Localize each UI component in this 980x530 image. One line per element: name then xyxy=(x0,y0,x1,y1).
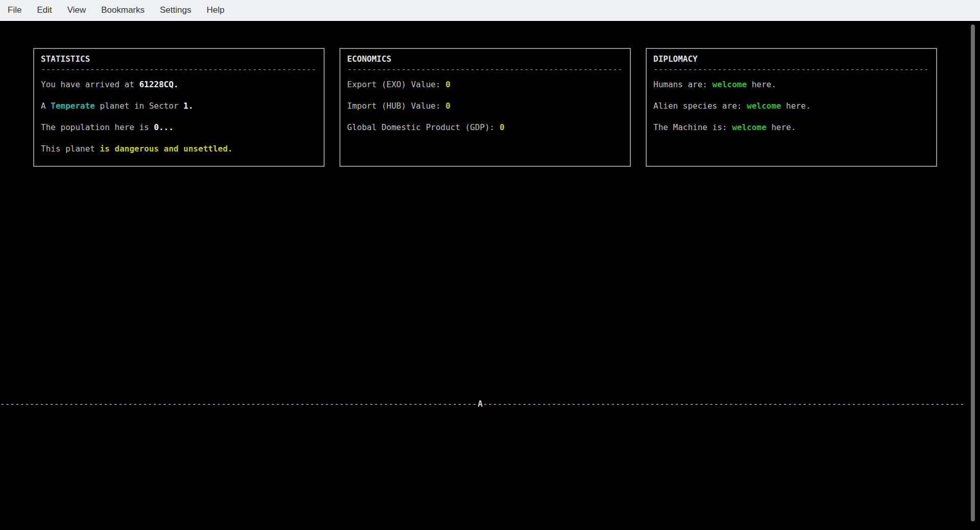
divider-dashes-right: ----------------------------------------… xyxy=(483,398,966,410)
scrollbar[interactable] xyxy=(970,22,980,530)
danger-status: is dangerous and unsettled. xyxy=(100,144,233,154)
menu-bar: File Edit View Bookmarks Settings Help xyxy=(0,0,980,21)
arrival-line: You have arrived at 61228CQ. xyxy=(41,73,317,95)
aliens-suffix: here. xyxy=(781,101,811,111)
planet-type: Temperate xyxy=(51,101,95,111)
population-value: 0... xyxy=(154,122,174,132)
gdp-line: Global Domestic Product (GDP): 0 xyxy=(347,116,623,138)
divider-dashes-left: ----------------------------------------… xyxy=(0,398,478,410)
machine-status: welcome xyxy=(732,122,766,132)
menu-item-file[interactable]: File xyxy=(0,0,29,20)
export-value: 0 xyxy=(446,80,451,89)
terminal-viewport[interactable]: STATISTICS -----------------------------… xyxy=(0,22,980,530)
humans-label: Humans are: xyxy=(653,80,713,89)
dashed-separator: ----------------------------------------… xyxy=(653,65,929,73)
import-value: 0 xyxy=(446,101,451,111)
sector-number: 1. xyxy=(183,101,193,111)
menu-item-help[interactable]: Help xyxy=(199,0,232,20)
export-line: Export (EXO) Value: 0 xyxy=(347,73,623,95)
statistics-panel: STATISTICS -----------------------------… xyxy=(33,48,325,167)
humans-status: welcome xyxy=(713,80,747,89)
humans-line: Humans are: welcome here. xyxy=(653,73,929,95)
machine-line: The Machine is: welcome here. xyxy=(653,116,929,138)
dashed-separator: ----------------------------------------… xyxy=(41,65,317,73)
sector-text: planet in Sector xyxy=(95,101,183,111)
aliens-status: welcome xyxy=(747,101,781,111)
import-label: Import (HUB) Value: xyxy=(347,101,446,111)
population-line: The population here is 0... xyxy=(41,116,317,138)
section-divider: ----------------------------------------… xyxy=(0,398,966,410)
info-panels-row: STATISTICS -----------------------------… xyxy=(33,48,937,167)
gdp-value: 0 xyxy=(500,122,505,132)
export-label: Export (EXO) Value: xyxy=(347,80,446,89)
machine-label: The Machine is: xyxy=(653,122,732,132)
diplomacy-panel: DIPLOMACY ------------------------------… xyxy=(646,48,937,167)
aliens-line: Alien species are: welcome here. xyxy=(653,95,929,116)
dashed-separator: ----------------------------------------… xyxy=(347,65,623,73)
menu-item-edit[interactable]: Edit xyxy=(29,0,59,20)
population-text: The population here is xyxy=(41,122,154,132)
menu-item-settings[interactable]: Settings xyxy=(152,0,199,20)
machine-suffix: here. xyxy=(767,122,796,132)
aliens-label: Alien species are: xyxy=(653,101,747,111)
menu-item-view[interactable]: View xyxy=(60,0,94,20)
planet-type-prefix: A xyxy=(41,101,51,111)
economics-title: ECONOMICS xyxy=(347,53,623,65)
menu-item-bookmarks[interactable]: Bookmarks xyxy=(93,0,152,20)
danger-line: This planet is dangerous and unsettled. xyxy=(41,138,317,159)
diplomacy-title: DIPLOMACY xyxy=(653,53,929,65)
danger-prefix: This planet xyxy=(41,144,100,154)
planet-id: 61228CQ. xyxy=(139,80,179,89)
economics-panel: ECONOMICS ------------------------------… xyxy=(339,48,631,167)
planet-type-line: A Temperate planet in Sector 1. xyxy=(41,95,317,116)
statistics-title: STATISTICS xyxy=(41,53,317,65)
arrival-text: You have arrived at xyxy=(41,80,139,89)
gdp-label: Global Domestic Product (GDP): xyxy=(347,122,500,132)
humans-suffix: here. xyxy=(747,80,776,89)
divider-marker: A xyxy=(478,398,483,410)
import-line: Import (HUB) Value: 0 xyxy=(347,95,623,116)
scrollbar-thumb[interactable] xyxy=(971,24,975,521)
